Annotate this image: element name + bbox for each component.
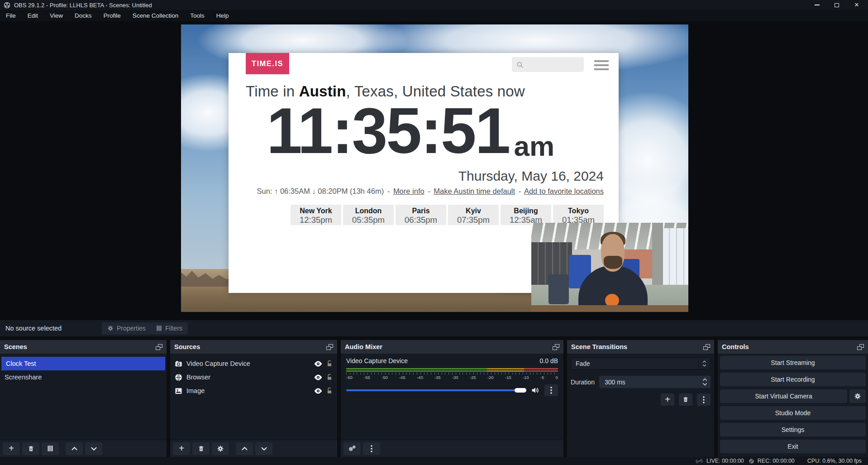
start-virtual-camera-button[interactable]: Start Virtual Camera <box>720 389 847 403</box>
live-time: LIVE: 00:00:00 <box>706 458 744 464</box>
webcam-video-source[interactable] <box>531 223 688 312</box>
duration-label: Duration <box>571 379 595 386</box>
settings-button[interactable]: Settings <box>720 423 866 436</box>
remove-source-button[interactable] <box>192 442 210 455</box>
cpu-fps-stats: CPU: 0.6%, 30.00 fps <box>807 458 862 464</box>
virtual-camera-config-button[interactable] <box>849 389 866 403</box>
studio-mode-button[interactable]: Studio Mode <box>720 406 866 420</box>
timeis-clock: 11:35:51 am <box>267 95 554 167</box>
chevron-up-icon <box>702 360 706 363</box>
start-recording-button[interactable]: Start Recording <box>720 373 866 386</box>
move-source-up-button[interactable] <box>236 442 253 455</box>
exit-button[interactable]: Exit <box>720 440 866 453</box>
menu-bar: File Edit View Docks Profile Scene Colle… <box>0 10 868 21</box>
dots-vertical-icon <box>371 445 372 452</box>
scenes-panel: Scenes Clock Test Screenshare + <box>0 340 167 457</box>
mixer-menu-button[interactable] <box>363 442 380 455</box>
properties-button[interactable]: Properties <box>102 322 151 335</box>
close-button[interactable]: × <box>854 2 860 8</box>
popout-icon <box>326 344 333 350</box>
popout-icon <box>553 344 559 350</box>
globe-icon <box>175 374 182 381</box>
sources-toolbar: + <box>170 440 337 457</box>
lock-icon[interactable] <box>326 360 333 367</box>
transition-menu-button[interactable] <box>697 393 711 406</box>
title-bar: OBS 29.1.2 - Profile: LLHLS BETA - Scene… <box>0 0 868 10</box>
chevron-down-icon <box>702 364 706 367</box>
advanced-audio-button[interactable] <box>343 442 361 455</box>
spin-up-icon[interactable] <box>702 378 707 381</box>
menu-profile[interactable]: Profile <box>98 10 127 21</box>
visibility-eye-icon[interactable] <box>314 388 322 394</box>
source-row-video-capture[interactable]: Video Capture Device <box>170 357 337 370</box>
source-properties-button[interactable] <box>212 442 229 455</box>
trash-icon <box>198 445 205 452</box>
dots-vertical-icon <box>550 387 552 394</box>
minimize-button[interactable] <box>814 2 820 8</box>
lock-icon[interactable] <box>326 387 333 394</box>
remove-transition-button[interactable] <box>679 393 692 406</box>
move-scene-down-button[interactable] <box>85 442 102 455</box>
sun-info: Sun: ↑ 06:35AM ↓ 08:20PM (13h 46m) <box>257 187 384 195</box>
controls-panel: Controls Start Streaming Start Recording… <box>718 340 868 457</box>
search-icon <box>516 61 524 69</box>
source-row-image[interactable]: Image <box>170 384 337 398</box>
chevron-up-icon <box>71 446 78 451</box>
add-favorite-link: Add to favorite locations <box>524 187 604 195</box>
preview-canvas[interactable]: TIME.IS Time in Austin, Texas, United St… <box>181 24 688 312</box>
start-streaming-button[interactable]: Start Streaming <box>720 356 866 369</box>
timeis-sun-row: Sun: ↑ 06:35AM ↓ 08:20PM (13h 46m) - Mor… <box>257 187 604 196</box>
more-info-link: More info <box>393 187 424 195</box>
menu-docks[interactable]: Docks <box>69 10 98 21</box>
record-disc-icon <box>749 458 754 464</box>
world-clock-kyiv: Kyiv07:35pm <box>448 205 499 225</box>
gear-icon <box>217 445 224 452</box>
spin-down-icon[interactable] <box>702 383 707 386</box>
lock-icon[interactable] <box>326 374 333 381</box>
volume-slider-handle[interactable] <box>515 388 526 393</box>
visibility-eye-icon[interactable] <box>314 374 322 380</box>
audio-mixer-panel: Audio Mixer Video Capture Device 0.0 dB … <box>341 340 563 457</box>
duration-spinner[interactable]: 300 ms <box>599 376 711 388</box>
menu-edit[interactable]: Edit <box>22 10 44 21</box>
filters-button[interactable]: Filters <box>151 322 188 335</box>
add-scene-button[interactable]: + <box>3 442 20 455</box>
chevron-down-icon <box>91 446 97 451</box>
transition-select[interactable]: Fade <box>571 358 711 369</box>
speaker-icon[interactable] <box>531 386 540 395</box>
world-clock-tokyo: Tokyo01:35am <box>553 205 604 225</box>
status-bar: LIVE: 00:00:00 REC: 00:00:00 CPU: 0.6%, … <box>0 457 868 465</box>
world-clock-paris: Paris06:35pm <box>396 205 446 225</box>
camera-icon <box>175 360 182 368</box>
menu-view[interactable]: View <box>44 10 69 21</box>
menu-tools[interactable]: Tools <box>184 10 210 21</box>
meter-tick-labels: -60-55-50-45-40-35-30-25-20-15-10-50 <box>346 375 558 380</box>
add-source-button[interactable]: + <box>173 442 190 455</box>
world-clock-london: London05:35pm <box>343 205 394 225</box>
visibility-eye-icon[interactable] <box>314 361 322 367</box>
maximize-button[interactable] <box>834 2 840 8</box>
popout-icon <box>703 344 710 350</box>
clock-ampm: am <box>514 132 555 167</box>
scene-filters-button[interactable] <box>42 442 59 455</box>
mixer-channel-menu-button[interactable] <box>544 384 558 396</box>
make-default-link: Make Austin time default <box>434 187 515 195</box>
rec-time: REC: 00:00:00 <box>758 458 795 464</box>
volume-slider[interactable] <box>346 389 526 391</box>
double-gear-icon <box>348 445 357 452</box>
controls-header: Controls <box>718 340 868 354</box>
timeis-search-input <box>512 57 584 72</box>
world-clock-new-york: New York12:35pm <box>291 205 341 225</box>
move-scene-up-button[interactable] <box>66 442 83 455</box>
add-transition-button[interactable]: + <box>661 393 674 406</box>
remove-scene-button[interactable] <box>22 442 39 455</box>
menu-file[interactable]: File <box>0 10 22 21</box>
hamburger-menu-icon <box>594 60 609 70</box>
scene-item-clock-test[interactable]: Clock Test <box>1 357 165 370</box>
source-row-browser[interactable]: Browser <box>170 370 337 384</box>
chevron-down-icon <box>261 446 267 451</box>
menu-help[interactable]: Help <box>210 10 235 21</box>
menu-scene-collection[interactable]: Scene Collection <box>127 10 184 21</box>
scene-item-screenshare[interactable]: Screenshare <box>0 370 167 384</box>
move-source-down-button[interactable] <box>255 442 272 455</box>
